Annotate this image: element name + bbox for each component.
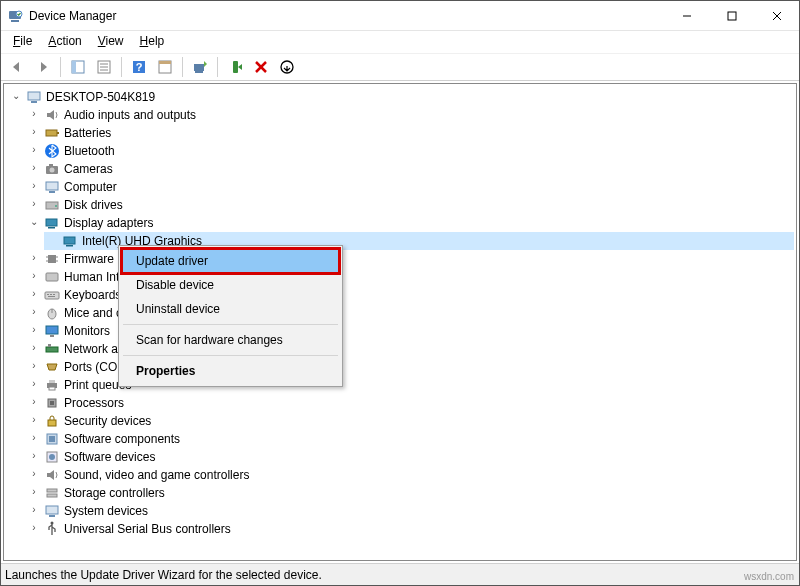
svg-rect-49 [48,296,55,297]
close-button[interactable] [754,1,799,30]
tree-item-diskdrives[interactable]: ›Disk drives [26,196,794,214]
display-adapter-icon [44,215,60,231]
svg-rect-47 [50,294,52,295]
tree-label: Security devices [64,412,151,430]
chevron-right-icon[interactable]: › [28,396,40,408]
usb-icon [44,521,60,537]
statusbar-text: Launches the Update Driver Wizard for th… [5,568,322,582]
svg-point-70 [51,522,54,525]
display-adapter-icon [62,233,78,249]
chevron-right-icon[interactable]: › [28,198,40,210]
enable-device-toolbar-button[interactable] [223,55,247,79]
tree-item-computer[interactable]: ›Computer [26,178,794,196]
uninstall-device-toolbar-button[interactable] [275,55,299,79]
chevron-right-icon[interactable]: › [28,144,40,156]
watermark: wsxdn.com [744,571,794,582]
tree-label: Keyboards [64,286,121,304]
tree-item-cameras[interactable]: ›Cameras [26,160,794,178]
forward-button[interactable] [31,55,55,79]
tree-label: Software devices [64,448,155,466]
ctx-update-driver[interactable]: Update driver [122,249,339,273]
chevron-right-icon[interactable]: › [28,270,40,282]
chevron-right-icon[interactable]: › [28,162,40,174]
system-icon [44,503,60,519]
chevron-right-icon[interactable]: › [28,180,40,192]
tree-label: Bluetooth [64,142,115,160]
tree-item-batteries[interactable]: ›Batteries [26,124,794,142]
battery-icon [44,125,60,141]
chevron-right-icon[interactable]: › [28,486,40,498]
properties-toolbar-button[interactable] [92,55,116,79]
ctx-disable-device[interactable]: Disable device [122,273,339,297]
svg-rect-61 [48,420,56,426]
update-driver-toolbar-button[interactable] [188,55,212,79]
back-button[interactable] [5,55,29,79]
ctx-separator [123,324,338,325]
tree-item-system[interactable]: ›System devices [26,502,794,520]
svg-rect-57 [49,380,55,383]
disk-icon [44,197,60,213]
chevron-right-icon[interactable]: › [28,378,40,390]
printer-icon [44,377,60,393]
chevron-right-icon[interactable]: › [28,360,40,372]
chevron-right-icon[interactable]: › [28,324,40,336]
chevron-right-icon[interactable]: › [28,450,40,462]
ctx-scan-hardware[interactable]: Scan for hardware changes [122,328,339,352]
show-hidden-button[interactable] [153,55,177,79]
lock-icon [44,413,60,429]
chevron-right-icon[interactable]: › [28,504,40,516]
tree-item-processors[interactable]: ›Processors [26,394,794,412]
tree-item-security[interactable]: ›Security devices [26,412,794,430]
statusbar: Launches the Update Driver Wizard for th… [1,563,799,585]
ctx-separator [123,355,338,356]
svg-rect-30 [49,164,53,166]
menu-help[interactable]: Help [134,33,171,49]
tree-item-audio[interactable]: ›Audio inputs and outputs [26,106,794,124]
chevron-right-icon[interactable]: › [28,108,40,120]
chevron-right-icon[interactable]: › [28,126,40,138]
svg-rect-1 [11,20,19,22]
chevron-right-icon[interactable]: › [28,468,40,480]
ctx-uninstall-device[interactable]: Uninstall device [122,297,339,321]
svg-rect-26 [57,132,59,134]
chevron-right-icon[interactable]: › [28,522,40,534]
port-icon [44,359,60,375]
tree-item-bluetooth[interactable]: ›Bluetooth [26,142,794,160]
menu-view[interactable]: View [92,33,130,49]
svg-point-29 [50,168,55,173]
tree-label: Display adapters [64,214,153,232]
chevron-right-icon[interactable]: › [28,288,40,300]
tree-item-softdevices[interactable]: ›Software devices [26,448,794,466]
ctx-properties[interactable]: Properties [122,359,339,383]
svg-rect-52 [46,326,58,334]
chevron-right-icon[interactable]: › [28,252,40,264]
svg-rect-37 [64,237,75,244]
menu-file[interactable]: File [7,33,38,49]
tree-item-storage[interactable]: ›Storage controllers [26,484,794,502]
disable-device-toolbar-button[interactable] [249,55,273,79]
minimize-button[interactable] [664,1,709,30]
tree-item-usb[interactable]: ›Universal Serial Bus controllers [26,520,794,538]
chevron-right-icon[interactable]: › [28,432,40,444]
keyboard-icon [44,287,60,303]
chevron-down-icon[interactable]: ⌄ [28,216,40,228]
chevron-right-icon[interactable]: › [28,306,40,318]
computer-icon [44,179,60,195]
chevron-right-icon[interactable]: › [28,414,40,426]
bluetooth-icon [44,143,60,159]
maximize-button[interactable] [709,1,754,30]
svg-rect-31 [46,182,58,190]
tree-item-displayadapters[interactable]: ⌄Display adapters [26,214,794,232]
hid-icon [44,269,60,285]
chevron-down-icon[interactable]: ⌄ [10,90,22,102]
tree-item-softcomponents[interactable]: ›Software components [26,430,794,448]
svg-rect-58 [49,387,55,390]
help-toolbar-button[interactable]: ? [127,55,151,79]
tree-item-sound[interactable]: ›Sound, video and game controllers [26,466,794,484]
svg-rect-36 [48,227,55,229]
svg-rect-54 [46,347,58,352]
tree-root[interactable]: ⌄ DESKTOP-504K819 [8,88,794,106]
menu-action[interactable]: Action [42,33,87,49]
show-hide-tree-button[interactable] [66,55,90,79]
chevron-right-icon[interactable]: › [28,342,40,354]
